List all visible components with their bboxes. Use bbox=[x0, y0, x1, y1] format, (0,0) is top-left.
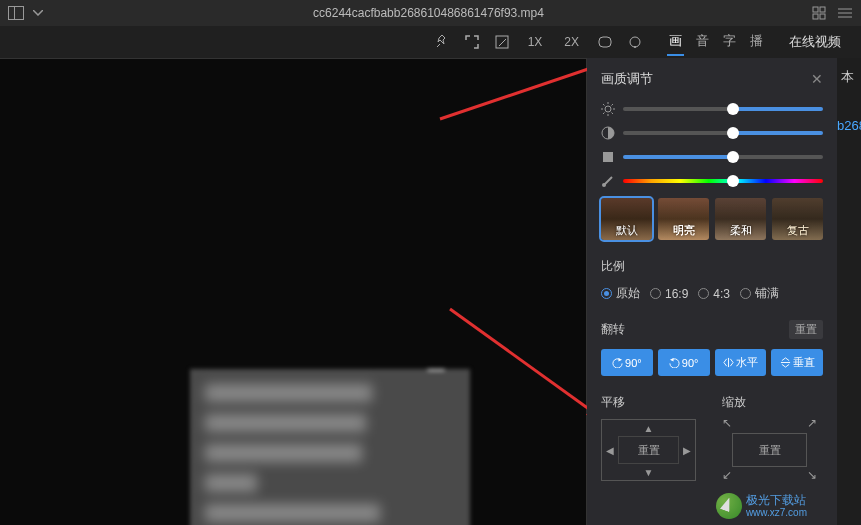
snapshot-icon[interactable] bbox=[494, 34, 510, 50]
toolbar: 1X 2X 画 音 字 播 在线视频 bbox=[0, 26, 861, 58]
hue-slider-row bbox=[601, 174, 823, 188]
window-title: cc6244cacfbabb268610486861476f93.mp4 bbox=[46, 6, 811, 20]
saturation-icon bbox=[601, 150, 615, 164]
flip-label: 翻转 重置 bbox=[601, 320, 823, 339]
hue-slider[interactable] bbox=[623, 179, 823, 183]
rotate-left-90-button[interactable]: 90° bbox=[601, 349, 653, 376]
flip-vertical-button[interactable]: 垂直 bbox=[771, 349, 823, 376]
svg-point-15 bbox=[605, 106, 611, 112]
flip-horizontal-button[interactable]: 水平 bbox=[715, 349, 767, 376]
svg-line-22 bbox=[603, 113, 605, 115]
ratio-16-9[interactable]: 16:9 bbox=[650, 285, 688, 302]
pan-up-button[interactable]: ▲ bbox=[618, 420, 679, 436]
contrast-slider-row bbox=[601, 126, 823, 140]
speed-2x-button[interactable]: 2X bbox=[560, 33, 583, 51]
video-frame-content bbox=[190, 369, 470, 525]
svg-rect-2 bbox=[813, 14, 818, 19]
svg-line-13 bbox=[450, 309, 600, 417]
pan-reset-button[interactable]: 重置 bbox=[618, 436, 679, 464]
contrast-slider[interactable] bbox=[623, 131, 823, 135]
watermark-logo-icon bbox=[716, 493, 742, 519]
zoom-control: ↖ ↗ ↙ ↘ 重置 bbox=[722, 419, 817, 481]
pan-left-button[interactable]: ◀ bbox=[602, 436, 618, 464]
brightness-slider-row bbox=[601, 102, 823, 116]
zoom-out-tr-button[interactable]: ↗ bbox=[807, 419, 817, 429]
pin-icon[interactable] bbox=[434, 34, 450, 50]
ratio-4-3[interactable]: 4:3 bbox=[698, 285, 730, 302]
svg-rect-8 bbox=[599, 37, 611, 47]
svg-point-9 bbox=[630, 37, 640, 47]
svg-marker-28 bbox=[670, 358, 674, 362]
svg-point-26 bbox=[602, 183, 606, 187]
expand-icon[interactable] bbox=[464, 34, 480, 50]
online-video-label[interactable]: 在线视频 bbox=[779, 30, 851, 54]
rotate-right-90-button[interactable]: 90° bbox=[658, 349, 710, 376]
grid-icon[interactable] bbox=[811, 5, 827, 21]
preset-soft[interactable]: 柔和 bbox=[715, 198, 766, 240]
brightness-icon bbox=[601, 102, 615, 116]
ratio-original[interactable]: 原始 bbox=[601, 285, 640, 302]
picture-adjust-panel: 画质调节 ✕ 默认 bbox=[587, 58, 837, 525]
caption-indicator-icon bbox=[427, 369, 445, 371]
saturation-slider[interactable] bbox=[623, 155, 823, 159]
preset-bright[interactable]: 明亮 bbox=[658, 198, 709, 240]
svg-rect-7 bbox=[496, 36, 508, 48]
svg-line-23 bbox=[612, 104, 614, 106]
effect-icon[interactable] bbox=[627, 34, 643, 50]
preset-default[interactable]: 默认 bbox=[601, 198, 652, 240]
svg-rect-0 bbox=[813, 7, 818, 12]
svg-line-20 bbox=[603, 104, 605, 106]
zoom-label: 缩放 bbox=[722, 394, 823, 411]
pan-down-button[interactable]: ▼ bbox=[618, 464, 679, 480]
pan-control: ▲ ◀ 重置 ▶ ▼ bbox=[601, 419, 696, 481]
zoom-reset-button[interactable]: 重置 bbox=[732, 433, 807, 467]
pan-right-button[interactable]: ▶ bbox=[679, 436, 695, 464]
svg-point-10 bbox=[634, 46, 636, 48]
layout-button[interactable] bbox=[8, 5, 24, 21]
dropdown-caret-icon[interactable] bbox=[30, 5, 46, 21]
watermark: 极光下载站 www.xz7.com bbox=[716, 493, 807, 519]
speed-1x-button[interactable]: 1X bbox=[524, 33, 547, 51]
close-panel-button[interactable]: ✕ bbox=[811, 71, 823, 87]
contrast-icon bbox=[601, 126, 615, 140]
zoom-out-bl-button[interactable]: ↙ bbox=[722, 471, 732, 481]
preset-retro[interactable]: 复古 bbox=[772, 198, 823, 240]
zoom-out-br-button[interactable]: ↘ bbox=[807, 471, 817, 481]
right-tab[interactable]: 本 bbox=[837, 58, 861, 96]
titlebar: cc6244cacfbabb268610486861476f93.mp4 bbox=[0, 0, 861, 26]
ratio-label: 比例 bbox=[601, 258, 823, 275]
pan-label: 平移 bbox=[601, 394, 702, 411]
loop-icon[interactable] bbox=[597, 34, 613, 50]
playlist-file-link[interactable]: b268 bbox=[837, 118, 861, 133]
tab-audio[interactable]: 音 bbox=[694, 28, 711, 56]
tab-subtitle[interactable]: 字 bbox=[721, 28, 738, 56]
saturation-slider-row bbox=[601, 150, 823, 164]
tab-picture[interactable]: 画 bbox=[667, 28, 684, 56]
video-area[interactable] bbox=[0, 58, 587, 525]
svg-rect-1 bbox=[820, 7, 825, 12]
hue-icon bbox=[601, 174, 615, 188]
zoom-out-tl-button[interactable]: ↖ bbox=[722, 419, 732, 429]
flip-reset-button[interactable]: 重置 bbox=[789, 320, 823, 339]
ratio-fill[interactable]: 铺满 bbox=[740, 285, 779, 302]
svg-line-11 bbox=[440, 65, 600, 119]
svg-marker-27 bbox=[618, 358, 622, 362]
panel-title: 画质调节 bbox=[601, 70, 653, 88]
svg-rect-25 bbox=[603, 152, 613, 162]
svg-line-21 bbox=[612, 113, 614, 115]
right-sidebar: 本 b268 bbox=[837, 58, 861, 525]
tab-play[interactable]: 播 bbox=[748, 28, 765, 56]
brightness-slider[interactable] bbox=[623, 107, 823, 111]
svg-rect-3 bbox=[820, 14, 825, 19]
list-icon[interactable] bbox=[837, 5, 853, 21]
